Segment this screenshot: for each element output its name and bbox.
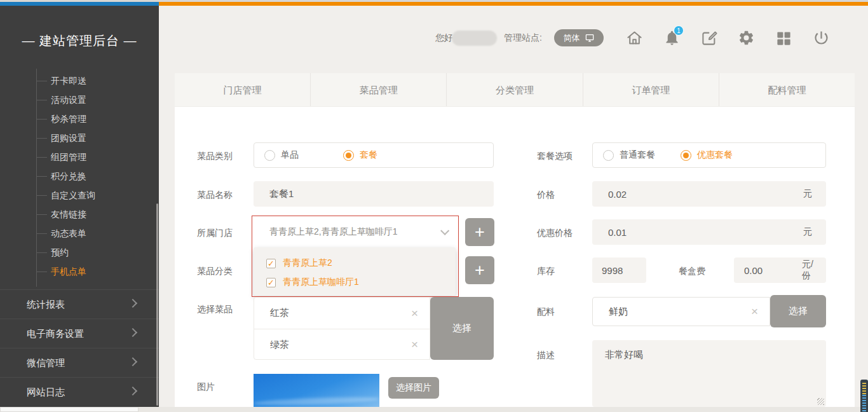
dish-name-field-wrap: [254, 181, 494, 207]
plus-icon: +: [475, 261, 485, 280]
textarea-resize-handle[interactable]: [817, 398, 824, 405]
tree-dash-icon: [36, 271, 47, 272]
remove-ingredient-icon[interactable]: ×: [751, 305, 758, 319]
home-icon[interactable]: [626, 29, 643, 46]
combo-option-radio-group: 普通套餐 优惠套餐: [592, 142, 826, 168]
tree-dash-icon: [36, 157, 47, 158]
horizontal-scrollbar-thumb[interactable]: [0, 407, 139, 412]
chevron-down-icon: [440, 226, 449, 235]
sidebar-group-site-log[interactable]: 网站日志: [0, 377, 159, 406]
sidebar-item-groupbuy[interactable]: 团购设置: [0, 128, 159, 148]
radio-normal-combo[interactable]: 普通套餐: [603, 149, 655, 161]
sidebar-item-points[interactable]: 积分兑换: [0, 167, 159, 186]
box-fee-label: 餐盒费: [679, 266, 705, 277]
app-title: — 建站管理后台 —: [0, 32, 159, 50]
chevron-right-icon: [128, 328, 137, 337]
tab-category-mgmt[interactable]: 分类管理: [446, 73, 582, 106]
tree-dash-icon: [36, 100, 47, 100]
vertical-scrollbar-thumb[interactable]: [860, 380, 868, 412]
greeting-text: 您好: [435, 32, 453, 44]
box-fee-unit: 元/份: [802, 259, 818, 282]
store-select[interactable]: 青青原上草2,青青原上草咖啡厅1: [254, 219, 456, 245]
notification-badge: 1: [674, 25, 684, 36]
sidebar-item-mobile-ordering[interactable]: 手机点单: [0, 262, 159, 281]
box-fee-input[interactable]: [744, 265, 802, 276]
radio-combo[interactable]: 套餐: [343, 149, 377, 161]
radio-discount-combo[interactable]: 优惠套餐: [681, 149, 733, 161]
discount-price-label: 优惠价格: [537, 228, 573, 239]
plus-icon: +: [475, 223, 485, 242]
tree-dash-icon: [36, 195, 47, 196]
tab-order-mgmt[interactable]: 订单管理: [583, 73, 719, 106]
tree-dash-icon: [36, 214, 47, 215]
remove-dish-icon[interactable]: ×: [411, 306, 418, 320]
radio-single-item[interactable]: 单品: [264, 149, 299, 161]
power-icon[interactable]: [813, 29, 830, 46]
ingredient-value: 鲜奶: [609, 306, 628, 318]
selected-dish-row: 红茶 ×: [254, 298, 430, 329]
sidebar-item-group-mgmt[interactable]: 组团管理: [0, 148, 159, 167]
price-label: 价格: [537, 189, 555, 201]
checkbox-checked-icon[interactable]: ✓: [266, 278, 276, 287]
sidebar-item-activity-settings[interactable]: 活动设置: [0, 90, 159, 109]
language-switch-button[interactable]: 简体: [554, 29, 604, 46]
user-name-redacted: [452, 31, 497, 46]
description-textarea[interactable]: 非常好喝: [592, 340, 826, 407]
sidebar-group-reports[interactable]: 统计报表: [0, 289, 159, 319]
add-store-button[interactable]: +: [465, 218, 494, 246]
combo-option-label: 套餐选项: [537, 151, 573, 162]
tree-dash-icon: [36, 119, 47, 120]
discount-price-field-wrap: 元: [592, 219, 826, 245]
sidebar-item-booking[interactable]: 预约: [0, 243, 159, 262]
ingredient-field-wrap: 鲜奶 ×: [592, 297, 770, 326]
radio-icon: [603, 150, 614, 161]
price-field-wrap: 元: [592, 181, 826, 207]
selected-dishes-list: 红茶 × 绿茶 ×: [254, 297, 430, 360]
dish-name-input[interactable]: [269, 189, 478, 200]
dish-category-type-label: 菜品类别: [197, 151, 233, 162]
add-dish-class-button[interactable]: +: [465, 256, 494, 284]
sidebar-item-links[interactable]: 友情链接: [0, 205, 159, 224]
sidebar-item-seckill[interactable]: 秒杀管理: [0, 109, 159, 128]
edit-icon[interactable]: [701, 29, 718, 46]
discount-price-input[interactable]: [608, 227, 803, 238]
sidebar-item-card-gift[interactable]: 开卡即送: [0, 71, 159, 90]
stock-field-wrap: [592, 258, 646, 283]
sidebar-group-ecommerce[interactable]: 电子商务设置: [0, 319, 159, 348]
select-ingredient-button[interactable]: 选择: [770, 295, 826, 327]
sidebar-item-custom-query[interactable]: 自定义查询: [0, 186, 159, 205]
box-fee-field-wrap: 元/份: [734, 258, 826, 283]
gear-icon[interactable]: [738, 29, 755, 46]
tab-bar: 门店管理 菜品管理 分类管理 订单管理 配料管理: [175, 73, 855, 107]
radio-icon: [343, 150, 354, 161]
sidebar: — 建站管理后台 — 开卡即送 活动设置 秒杀管理 团购设置 组团管理 积分兑换…: [0, 6, 159, 407]
tab-store-mgmt[interactable]: 门店管理: [175, 73, 310, 106]
tab-dish-mgmt[interactable]: 菜品管理: [310, 73, 446, 106]
chevron-right-icon: [128, 387, 137, 395]
dish-class-label: 菜品分类: [197, 266, 233, 277]
tab-ingredient-mgmt[interactable]: 配料管理: [719, 73, 855, 106]
radio-icon: [681, 150, 691, 161]
price-unit: 元: [803, 188, 812, 200]
stock-input[interactable]: [602, 265, 637, 276]
chevron-right-icon: [128, 357, 137, 366]
discount-price-unit: 元: [803, 226, 812, 238]
sidebar-item-dynamic-form[interactable]: 动态表单: [0, 224, 159, 243]
store-option-2[interactable]: ✓ 青青原上草咖啡厅1: [266, 273, 456, 292]
remove-dish-icon[interactable]: ×: [411, 338, 418, 352]
store-select-value: 青青原上草2,青青原上草咖啡厅1: [269, 226, 397, 238]
price-input[interactable]: [608, 189, 803, 200]
sidebar-group-wechat[interactable]: 微信管理: [0, 348, 159, 377]
choose-image-button[interactable]: 选择图片: [388, 377, 439, 399]
dish-image-thumbnail: [254, 374, 379, 412]
select-dishes-button[interactable]: 选择: [430, 297, 494, 360]
radio-icon: [264, 150, 275, 161]
apps-grid-icon[interactable]: [775, 30, 792, 47]
sidebar-scrollbar[interactable]: [156, 203, 158, 406]
selected-dish-row: 绿茶 ×: [254, 329, 430, 360]
checkbox-checked-icon[interactable]: ✓: [266, 259, 276, 268]
dish-name-label: 菜品名称: [197, 189, 233, 201]
description-label: 描述: [537, 350, 555, 361]
store-option-1[interactable]: ✓ 青青原上草2: [266, 254, 456, 273]
top-bar-orange: [159, 2, 868, 6]
